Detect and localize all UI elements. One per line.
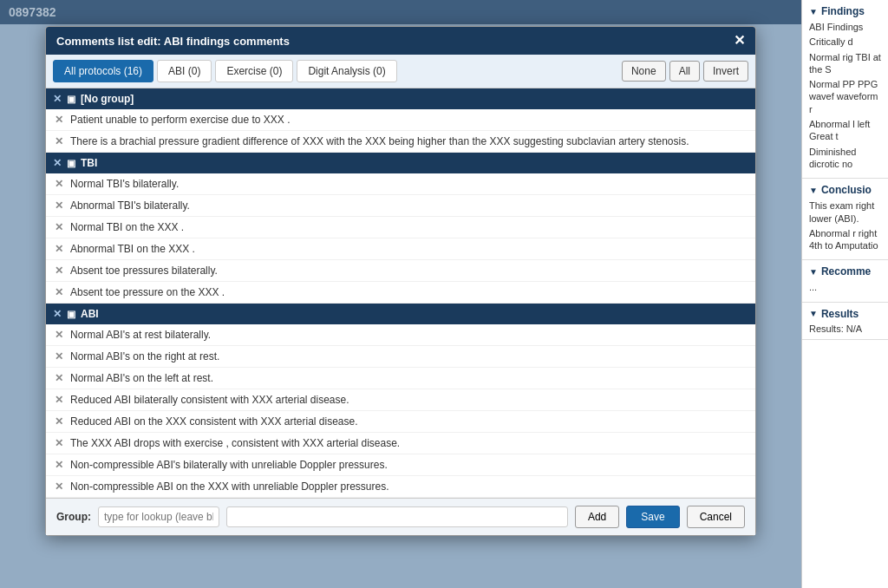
group-label-tbi: TBI (81, 157, 97, 169)
tab-digit-analysis[interactable]: Digit Analysis (0) (297, 60, 396, 82)
recommendations-section: Recomme ... (802, 260, 888, 302)
list-item: ✕ Normal ABI's on the left at rest. (46, 368, 755, 389)
list-item: ✕ Abnormal TBI on the XXX . (46, 238, 755, 260)
list-item: ✕ Normal ABI's on the right at rest. (46, 346, 755, 368)
list-item: ✕ Non-compressible ABI on the XXX with u… (46, 476, 755, 498)
item-text: Normal ABI's on the left at rest. (70, 372, 747, 384)
item-remove-btn[interactable]: ✕ (55, 350, 63, 363)
item-remove-btn[interactable]: ✕ (55, 437, 63, 449)
item-text: Reduced ABI on the XXX consistent with X… (70, 415, 747, 428)
btn-none[interactable]: None (622, 61, 666, 82)
list-item: ✕ There is a brachial pressure gradient … (46, 131, 755, 153)
item-text: Abnormal TBI's bilaterally. (70, 199, 747, 212)
conclusions-section: Conclusio This exam right lower (ABI). A… (802, 179, 888, 260)
item-remove-btn[interactable]: ✕ (55, 394, 63, 406)
comment-text-input[interactable] (226, 506, 568, 527)
item-remove-btn[interactable]: ✕ (55, 135, 63, 147)
item-remove-btn[interactable]: ✕ (55, 114, 63, 126)
abi-findings-label[interactable]: ABI Findings (809, 21, 881, 33)
finding-item-3[interactable]: Normal PP PPG wavef waveform r (809, 78, 881, 115)
item-remove-btn[interactable]: ✕ (55, 221, 63, 233)
tabs-row: All protocols (16) ABI (0) Exercise (0) … (46, 55, 755, 88)
item-text: Normal ABI's on the right at rest. (70, 350, 747, 363)
item-text: Absent toe pressure on the XXX . (70, 286, 747, 298)
list-item: ✕ Non-compressible ABI's bilaterally wit… (46, 454, 755, 476)
group-close-no-group[interactable]: ✕ (53, 93, 62, 105)
item-text: Normal TBI on the XXX . (70, 221, 747, 233)
item-remove-btn[interactable]: ✕ (55, 199, 63, 212)
group-label-abi: ABI (81, 308, 99, 320)
modal-close-button[interactable]: ✕ (734, 34, 745, 48)
group-header-no-group[interactable]: ✕ ▣ [No group] (46, 88, 755, 109)
list-item: ✕ Normal TBI's bilaterally. (46, 173, 755, 195)
conclusions-title: Conclusio (809, 184, 881, 196)
group-label: Group: (56, 511, 91, 523)
recommendations-title: Recomme (809, 265, 881, 278)
recommendation-item-1[interactable]: ... (809, 281, 881, 293)
item-remove-btn[interactable]: ✕ (55, 329, 63, 341)
results-value: Results: N/A (809, 323, 881, 334)
item-text: Normal TBI's bilaterally. (70, 178, 747, 190)
item-text: Patient unable to perform exercise due t… (70, 114, 747, 126)
finding-item-2[interactable]: Normal rig TBI at the S (809, 51, 881, 76)
tab-all-protocols[interactable]: All protocols (16) (53, 60, 153, 82)
conclusion-item-1[interactable]: This exam right lower (ABI). (809, 199, 881, 225)
item-text: Absent toe pressures bilaterally. (70, 265, 747, 277)
item-remove-btn[interactable]: ✕ (55, 243, 63, 255)
list-item: ✕ Abnormal TBI's bilaterally. (46, 195, 755, 217)
group-close-abi[interactable]: ✕ (53, 308, 62, 320)
modal-header: Comments list edit: ABI findings comment… (46, 27, 755, 55)
list-item: ✕ Absent toe pressure on the XXX . (46, 282, 755, 304)
modal-body: ✕ ▣ [No group] ✕ Patient unable to perfo… (46, 88, 755, 498)
modal-overlay: Comments list edit: ABI findings comment… (0, 0, 801, 588)
finding-item-5[interactable]: Diminished dicrotic no (809, 146, 881, 171)
save-button[interactable]: Save (626, 506, 679, 528)
list-item: ✕ Reduced ABI bilaterally consistent wit… (46, 389, 755, 411)
group-lookup-input[interactable] (98, 506, 219, 527)
group-label-no-group: [No group] (81, 93, 134, 105)
modal-title: Comments list edit: ABI findings comment… (56, 35, 290, 48)
findings-section: Findings ABI Findings Critically d Norma… (802, 0, 888, 179)
item-remove-btn[interactable]: ✕ (55, 459, 63, 471)
list-item: ✕ Absent toe pressures bilaterally. (46, 260, 755, 282)
group-close-tbi[interactable]: ✕ (53, 157, 62, 169)
item-text: Reduced ABI bilaterally consistent with … (70, 394, 747, 406)
tab-abi[interactable]: ABI (0) (157, 60, 212, 82)
item-remove-btn[interactable]: ✕ (55, 265, 63, 277)
cancel-button[interactable]: Cancel (687, 506, 745, 528)
item-text: Non-compressible ABI on the XXX with unr… (70, 480, 747, 493)
expand-icon-no-group[interactable]: ▣ (67, 94, 75, 105)
btn-invert[interactable]: Invert (703, 61, 748, 82)
item-remove-btn[interactable]: ✕ (55, 415, 63, 428)
item-text: Non-compressible ABI's bilaterally with … (70, 459, 747, 471)
list-item: ✕ The XXX ABI drops with exercise , cons… (46, 433, 755, 454)
expand-icon-abi[interactable]: ▣ (67, 309, 75, 320)
expand-icon-tbi[interactable]: ▣ (67, 158, 75, 169)
list-item: ✕ Reduced ABI on the XXX consistent with… (46, 411, 755, 433)
conclusion-item-2[interactable]: Abnormal r right 4th to Amputatio (809, 227, 881, 252)
finding-item-4[interactable]: Abnormal l left Great t (809, 118, 881, 143)
modal-dialog: Comments list edit: ABI findings comment… (45, 26, 756, 536)
list-item: ✕ Normal TBI on the XXX . (46, 217, 755, 238)
right-panel: Findings ABI Findings Critically d Norma… (801, 0, 888, 588)
group-header-tbi[interactable]: ✕ ▣ TBI (46, 153, 755, 173)
btn-all[interactable]: All (669, 61, 700, 82)
list-item: ✕ Patient unable to perform exercise due… (46, 109, 755, 131)
item-remove-btn[interactable]: ✕ (55, 480, 63, 493)
results-title: Results (809, 308, 881, 320)
add-button[interactable]: Add (575, 506, 619, 528)
item-text: Abnormal TBI on the XXX . (70, 243, 747, 255)
item-remove-btn[interactable]: ✕ (55, 286, 63, 298)
item-remove-btn[interactable]: ✕ (55, 178, 63, 190)
list-item: ✕ Normal ABI's at rest bilaterally. (46, 324, 755, 346)
finding-item-1[interactable]: Critically d (809, 36, 881, 48)
modal-footer: Group: Add Save Cancel (46, 498, 755, 535)
group-header-abi[interactable]: ✕ ▣ ABI (46, 304, 755, 324)
item-text: Normal ABI's at rest bilaterally. (70, 329, 747, 341)
item-text: There is a brachial pressure gradient di… (70, 135, 747, 147)
item-text: The XXX ABI drops with exercise , consis… (70, 437, 747, 449)
tab-exercise[interactable]: Exercise (0) (215, 60, 293, 82)
findings-title: Findings (809, 5, 881, 17)
results-section: Results Results: N/A (802, 303, 888, 340)
item-remove-btn[interactable]: ✕ (55, 372, 63, 384)
